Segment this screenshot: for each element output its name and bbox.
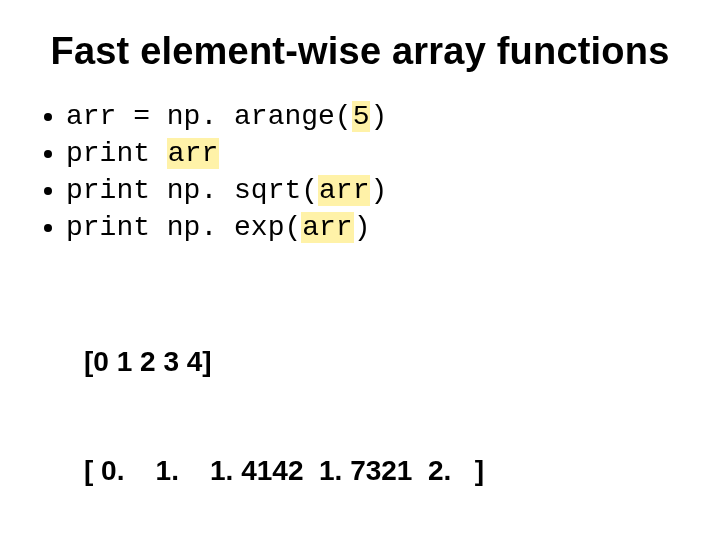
output-block: [0 1 2 3 4] [ 0. 1. 1. 4142 1. 7321 2. ]…: [84, 271, 684, 540]
slide-title: Fast element-wise array functions: [36, 30, 684, 73]
code-text: print np. sqrt(: [66, 175, 318, 206]
code-block: arr = np. arange(5) print arr print np. …: [36, 99, 684, 245]
code-highlight: arr: [318, 175, 370, 206]
code-highlight: arr: [167, 138, 219, 169]
code-text: print: [66, 138, 167, 169]
code-line-4: print np. exp(arr): [66, 210, 684, 245]
code-text: ): [370, 175, 387, 206]
code-highlight: 5: [352, 101, 371, 132]
code-line-2: print arr: [66, 136, 684, 171]
code-text: ): [354, 212, 371, 243]
code-text: arr = np. arange(: [66, 101, 352, 132]
code-line-3: print np. sqrt(arr): [66, 173, 684, 208]
code-text: ): [370, 101, 387, 132]
code-text: print np. exp(: [66, 212, 301, 243]
slide: Fast element-wise array functions arr = …: [0, 0, 720, 540]
code-highlight: arr: [301, 212, 353, 243]
output-line-2: [ 0. 1. 1. 4142 1. 7321 2. ]: [84, 453, 684, 489]
code-line-1: arr = np. arange(5): [66, 99, 684, 134]
output-line-1: [0 1 2 3 4]: [84, 344, 684, 380]
